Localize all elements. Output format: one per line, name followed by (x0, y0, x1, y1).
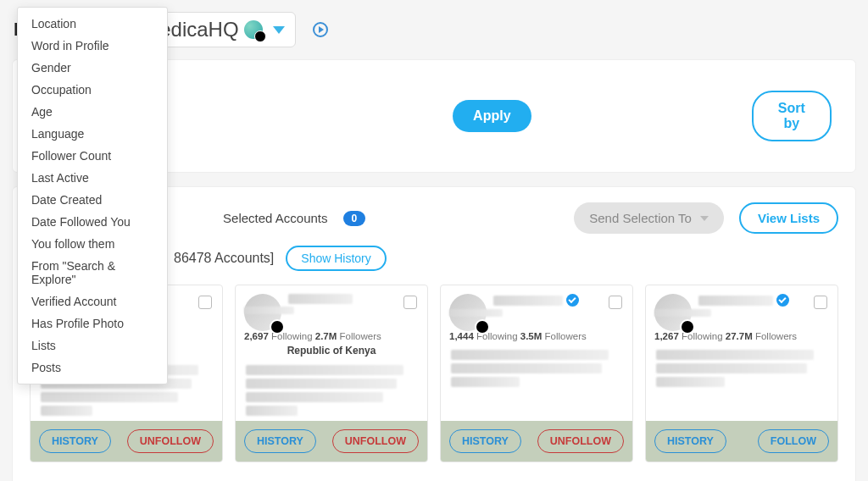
account-name[interactable] (288, 294, 353, 304)
account-name[interactable] (493, 296, 563, 306)
filter-option[interactable]: Verified Account (18, 290, 167, 312)
verified-icon (566, 294, 579, 307)
account-handle (654, 309, 711, 317)
filter-option[interactable]: Follower Count (18, 145, 167, 167)
filter-option[interactable]: Last Active (18, 167, 167, 189)
account-location: Republic of Kenya (244, 345, 419, 357)
filter-option[interactable]: Posts (18, 357, 167, 379)
filter-option[interactable]: Gender (18, 57, 167, 79)
account-name[interactable] (698, 296, 773, 306)
filter-dropdown[interactable]: LocationWord in ProfileGenderOccupationA… (17, 7, 168, 384)
filter-option[interactable]: Occupation (18, 79, 167, 101)
play-icon[interactable] (313, 22, 328, 37)
view-lists-button[interactable]: View Lists (739, 202, 838, 234)
filter-option[interactable]: Language (18, 123, 167, 145)
sort-by-button[interactable]: Sort by (752, 91, 832, 141)
apply-button[interactable]: Apply (453, 100, 531, 132)
account-card: 2,697 Following 2.7M Followers Republic … (235, 285, 428, 462)
select-checkbox[interactable] (403, 296, 417, 309)
account-card: 1,267 Following 27.7M Followers HISTORY … (645, 285, 838, 462)
send-selection-label: Send Selection To (589, 211, 692, 225)
filter-option[interactable]: Date Created (18, 189, 167, 211)
filter-option[interactable]: Has Profile Photo (18, 312, 167, 334)
follow-button[interactable]: FOLLOW (758, 429, 829, 453)
account-stats: 2,697 Following 2.7M Followers (244, 331, 419, 341)
account-bio (646, 345, 837, 392)
account-avatar-icon (244, 20, 263, 39)
account-handle (449, 309, 503, 317)
x-platform-icon (270, 319, 285, 334)
filter-option[interactable]: Date Followed You (18, 211, 167, 233)
filter-option[interactable]: Lists (18, 334, 167, 357)
filter-option[interactable]: Location (18, 13, 167, 35)
selected-count-badge: 0 (343, 211, 366, 226)
unfollow-button[interactable]: UNFOLLOW (537, 429, 624, 453)
filter-option[interactable]: From "Search & Explore" (18, 255, 167, 290)
chevron-down-icon (273, 26, 285, 34)
account-bio (441, 345, 632, 392)
filter-option[interactable]: Word in Profile (18, 35, 167, 57)
history-button[interactable]: HISTORY (244, 429, 316, 453)
history-button[interactable]: HISTORY (39, 429, 111, 453)
account-bio (236, 360, 427, 421)
history-button[interactable]: HISTORY (654, 429, 726, 453)
unfollow-button[interactable]: UNFOLLOW (332, 429, 419, 453)
filter-option[interactable]: Age (18, 101, 167, 123)
select-checkbox[interactable] (198, 296, 212, 309)
account-count: 86478 Accounts] (174, 251, 274, 266)
show-history-button[interactable]: Show History (286, 246, 386, 271)
account-stats: 1,267 Following 27.7M Followers (654, 331, 829, 341)
account-stats: 1,444 Following 3.5M Followers (449, 331, 624, 341)
verified-icon (776, 294, 789, 307)
send-selection-dropdown[interactable]: Send Selection To (574, 202, 724, 234)
select-checkbox[interactable] (609, 296, 622, 309)
x-platform-icon (475, 319, 490, 334)
unfollow-button[interactable]: UNFOLLOW (127, 429, 214, 453)
select-checkbox[interactable] (814, 296, 827, 309)
account-card: 1,444 Following 3.5M Followers HISTORY U… (440, 285, 633, 462)
filter-option[interactable]: You follow them (18, 233, 167, 255)
x-platform-icon (680, 319, 695, 334)
selected-label: Selected Accounts (223, 211, 327, 225)
chevron-down-icon (700, 216, 709, 221)
history-button[interactable]: HISTORY (449, 429, 521, 453)
account-handle (244, 307, 294, 314)
